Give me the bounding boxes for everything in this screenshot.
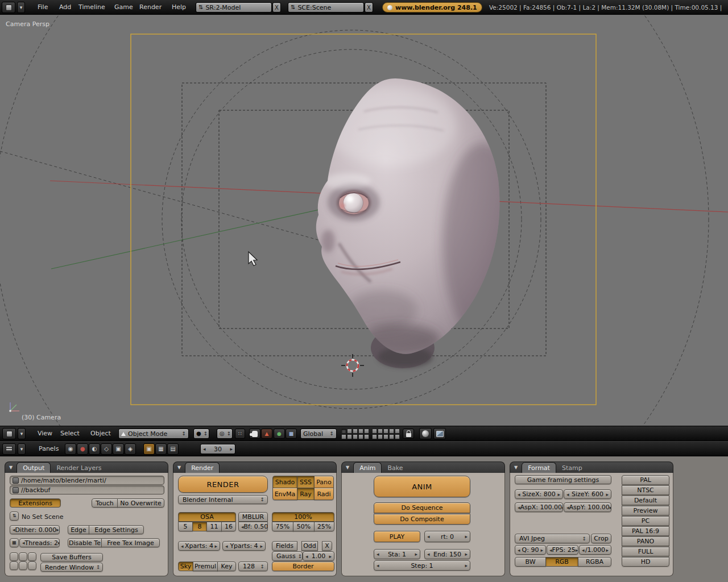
logic-context-button[interactable]: ◉ bbox=[65, 443, 76, 455]
preset-full-button[interactable]: FULL bbox=[622, 547, 669, 556]
save-buffers-toggle[interactable]: Save Buffers bbox=[40, 553, 103, 562]
quality-field[interactable]: Q: 90 bbox=[515, 545, 546, 555]
grid-toggle[interactable] bbox=[19, 552, 27, 561]
menu-select[interactable]: Select bbox=[58, 426, 82, 440]
bw-toggle[interactable]: BW bbox=[515, 557, 546, 567]
fields-x-toggle[interactable]: X bbox=[322, 541, 332, 551]
blur-factor-field[interactable]: Bf: 0.50 bbox=[238, 522, 268, 531]
backbuf-path-field[interactable]: //backbuf bbox=[10, 485, 164, 494]
layer-button[interactable] bbox=[383, 429, 388, 434]
rgb-toggle[interactable]: RGB bbox=[545, 557, 578, 567]
premul-toggle[interactable]: Premul bbox=[193, 562, 218, 571]
collapse-arrow-icon[interactable]: ▼ bbox=[177, 465, 181, 470]
file-browse-icon[interactable] bbox=[13, 477, 19, 484]
file-browse-icon[interactable] bbox=[13, 487, 19, 493]
shading-context-button[interactable]: ◐ bbox=[89, 443, 100, 455]
edge-toggle[interactable]: Edge bbox=[68, 525, 89, 534]
do-sequence-toggle[interactable]: Do Sequence bbox=[374, 502, 470, 513]
crop-toggle[interactable]: Crop bbox=[591, 534, 611, 543]
preset-ntsc-button[interactable]: NTSC bbox=[622, 485, 669, 495]
anim-subcontext-button[interactable]: ▦ bbox=[155, 443, 167, 455]
codec-dropdown[interactable]: AVI Jpeg bbox=[515, 534, 590, 543]
window-type-button[interactable] bbox=[2, 2, 15, 13]
auto-threads-button[interactable]: ▦ bbox=[10, 538, 19, 547]
menu-object[interactable]: Object bbox=[88, 426, 113, 440]
render-subcontext-button[interactable]: ▣ bbox=[143, 443, 155, 455]
pano-toggle[interactable]: Pano bbox=[314, 476, 334, 488]
xparts-field[interactable]: Xparts: 4 bbox=[178, 541, 220, 551]
layer-button[interactable] bbox=[378, 434, 383, 439]
size-50-toggle[interactable]: 50% bbox=[293, 522, 315, 531]
object-context-button[interactable]: ◇ bbox=[101, 443, 112, 455]
tab-anim[interactable]: Anim bbox=[353, 462, 382, 473]
anim-button[interactable]: ANIM bbox=[374, 476, 470, 497]
sss-toggle[interactable]: SSS bbox=[297, 476, 315, 488]
fps-base-field[interactable]: /1.000 bbox=[579, 545, 611, 555]
grid-toggle[interactable] bbox=[19, 562, 27, 570]
grid-toggle[interactable] bbox=[10, 552, 18, 561]
tab-stamp[interactable]: Stamp bbox=[556, 463, 588, 473]
edge-settings-button[interactable]: Edge Settings bbox=[89, 525, 144, 534]
octree-dropdown[interactable]: 128 bbox=[238, 562, 268, 571]
header-collapse-button[interactable]: ▾ bbox=[18, 443, 26, 455]
layer-button[interactable] bbox=[372, 429, 377, 434]
layer-button[interactable] bbox=[372, 434, 377, 439]
editor-type-button[interactable] bbox=[2, 443, 16, 455]
preset-pano-button[interactable]: PANO bbox=[622, 537, 669, 546]
preset-preview-button[interactable]: Preview bbox=[622, 506, 669, 516]
osa-8-toggle[interactable]: 8 bbox=[192, 522, 207, 531]
envmap-toggle[interactable]: EnvMa bbox=[272, 488, 297, 500]
scene-context-button[interactable]: ◈ bbox=[125, 443, 136, 455]
layer-button[interactable] bbox=[358, 429, 363, 434]
fields-toggle[interactable]: Fields bbox=[272, 541, 297, 551]
osa-5-toggle[interactable]: 5 bbox=[178, 522, 193, 531]
snap-button[interactable]: ∷ bbox=[235, 429, 245, 439]
rt-field[interactable]: rt: 0 bbox=[424, 531, 470, 542]
menu-add[interactable]: Add bbox=[57, 0, 73, 14]
mblur-toggle[interactable]: MBLUR bbox=[238, 512, 268, 522]
layer-button[interactable] bbox=[353, 434, 358, 439]
set-scene-browse-button[interactable]: ⇅ bbox=[10, 512, 19, 521]
editing-context-button[interactable]: ▣ bbox=[113, 443, 124, 455]
start-frame-field[interactable]: Sta: 1 bbox=[374, 549, 420, 559]
free-tex-image-toggle[interactable]: Free Tex Image bbox=[101, 538, 160, 547]
layer-button[interactable] bbox=[395, 429, 400, 434]
menu-help[interactable]: Help bbox=[169, 0, 188, 14]
mode-dropdown[interactable]: Object Mode bbox=[118, 429, 189, 439]
render-preview-button[interactable] bbox=[419, 428, 432, 439]
play-button[interactable]: PLAY bbox=[374, 531, 420, 542]
render-display-dropdown[interactable]: Render Window bbox=[40, 563, 103, 572]
preset-hd-button[interactable]: HD bbox=[622, 557, 669, 567]
tab-render-layers[interactable]: Render Layers bbox=[51, 463, 107, 473]
preset-pal-button[interactable]: PAL bbox=[622, 475, 669, 485]
step-field[interactable]: Step: 1 bbox=[374, 560, 470, 571]
layer-button[interactable] bbox=[383, 434, 388, 439]
menu-view[interactable]: View bbox=[35, 426, 55, 440]
layer-button[interactable] bbox=[353, 429, 358, 434]
disable-tex-toggle[interactable]: Disable Te bbox=[68, 538, 102, 547]
cursor-3d[interactable] bbox=[341, 354, 364, 377]
size-100-toggle[interactable]: 100% bbox=[272, 512, 334, 522]
tab-render[interactable]: Render bbox=[185, 462, 220, 473]
layer-button[interactable] bbox=[347, 429, 352, 434]
scene-close-button[interactable]: X bbox=[365, 2, 373, 13]
layer-button[interactable] bbox=[341, 429, 346, 434]
sound-subcontext-button[interactable]: ▤ bbox=[167, 443, 179, 455]
collapse-arrow-icon[interactable]: ▼ bbox=[346, 465, 349, 470]
layer-button[interactable] bbox=[347, 434, 352, 439]
editor-type-button[interactable] bbox=[2, 428, 16, 439]
scene-selector[interactable]: ⇅ SCE:Scene bbox=[288, 2, 364, 13]
header-collapse-button[interactable]: ▾ bbox=[18, 428, 26, 439]
layer-button[interactable] bbox=[389, 429, 394, 434]
panels-menu[interactable]: Panels bbox=[36, 442, 61, 456]
menu-game[interactable]: Game bbox=[112, 0, 135, 14]
menu-render[interactable]: Render bbox=[137, 0, 164, 14]
header-collapse-button[interactable]: ▾ bbox=[17, 2, 25, 13]
size-25-toggle[interactable]: 25% bbox=[314, 522, 334, 531]
layer-button[interactable] bbox=[358, 434, 363, 439]
odd-toggle[interactable]: Odd bbox=[301, 541, 318, 551]
preset-pal169-button[interactable]: PAL 16:9 bbox=[622, 526, 669, 536]
osa-11-toggle[interactable]: 11 bbox=[206, 522, 222, 531]
threads-field[interactable]: Threads: 2 bbox=[19, 538, 60, 547]
touch-toggle[interactable]: Touch bbox=[92, 498, 118, 508]
